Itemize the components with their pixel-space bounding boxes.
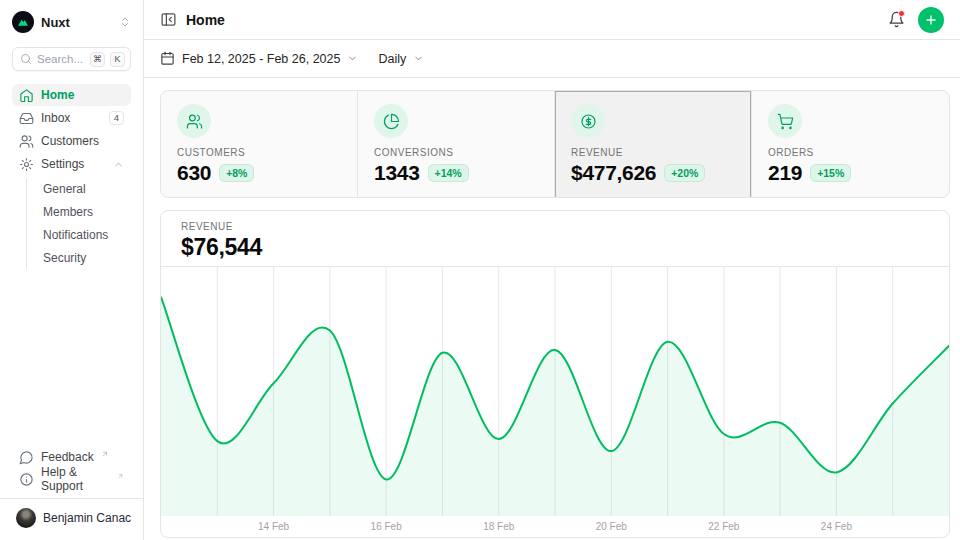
settings-subnav: General Members Notifications Security [26, 178, 131, 269]
sidebar-item-members[interactable]: Members [39, 201, 131, 223]
sidebar-item-label: Notifications [43, 228, 108, 242]
chevron-down-icon [347, 53, 358, 64]
search-input[interactable] [37, 53, 85, 65]
sidebar-item-customers[interactable]: Customers [12, 130, 131, 152]
chart-label: REVENUE [181, 221, 929, 232]
sidebar-item-inbox[interactable]: Inbox 4 [12, 107, 131, 129]
chevron-up-icon [113, 159, 124, 170]
stat-delta-badge: +8% [219, 164, 254, 182]
stat-card-orders[interactable]: ORDERS 219 +15% [752, 91, 949, 198]
avatar [16, 508, 36, 528]
external-link-icon [117, 472, 124, 480]
sidebar-item-security[interactable]: Security [39, 247, 131, 269]
user-menu[interactable]: Benjamin Canac [12, 499, 131, 530]
team-name: Nuxt [41, 15, 70, 30]
chart-value: $76,544 [181, 234, 929, 261]
dollar-circle-icon [571, 104, 605, 138]
team-switcher[interactable]: Nuxt [12, 10, 131, 34]
inbox-count-badge: 4 [109, 111, 124, 125]
sidebar-item-notifications[interactable]: Notifications [39, 224, 131, 246]
feedback-label: Feedback [41, 450, 94, 464]
stats-row: CUSTOMERS 630 +8% CONVERSIONS 1343 +14% [160, 90, 950, 198]
chevrons-up-down-icon [119, 16, 131, 28]
sidebar-item-label: General [43, 182, 86, 196]
chevron-down-icon [413, 53, 424, 64]
pie-chart-icon [374, 104, 408, 138]
stat-delta-badge: +15% [810, 164, 851, 182]
stat-delta-badge: +20% [664, 164, 705, 182]
users-icon [177, 104, 211, 138]
stat-card-revenue[interactable]: REVENUE $477,626 +20% [555, 91, 752, 198]
stat-value: $477,626 [571, 161, 656, 185]
sidebar-footer: Feedback Help & Support Benjamin Canac [12, 446, 131, 530]
top-bar: Home [144, 0, 960, 40]
inbox-icon [19, 111, 34, 126]
sidebar-item-label: Home [41, 88, 74, 102]
revenue-chart-card: REVENUE $76,544 14 Feb16 Feb18 Feb20 Feb… [160, 210, 950, 538]
plus-icon [924, 13, 938, 27]
page-title: Home [186, 12, 225, 28]
stat-value: 1343 [374, 161, 420, 185]
kbd-cmd: ⌘ [90, 52, 105, 67]
cart-icon [768, 104, 802, 138]
user-name: Benjamin Canac [43, 511, 131, 525]
filter-bar: Feb 12, 2025 - Feb 26, 2025 Daily [144, 40, 960, 78]
sidebar-item-general[interactable]: General [39, 178, 131, 200]
content: CUSTOMERS 630 +8% CONVERSIONS 1343 +14% [144, 78, 960, 538]
stat-value: 219 [768, 161, 802, 185]
stat-label: ORDERS [768, 147, 933, 158]
stat-label: REVENUE [571, 147, 735, 158]
sidebar-item-label: Settings [41, 157, 84, 171]
x-axis-label: 14 Feb [258, 521, 289, 532]
sidebar-item-settings[interactable]: Settings [12, 153, 131, 175]
help-support-link[interactable]: Help & Support [12, 468, 131, 490]
interval-select[interactable]: Daily [378, 52, 424, 66]
panel-left-close-icon [160, 11, 177, 28]
sidebar-item-label: Members [43, 205, 93, 219]
stat-delta-badge: +14% [428, 164, 469, 182]
sidebar: Nuxt ⌘ K Home Inbox 4 Customers [0, 0, 144, 540]
external-link-icon [101, 450, 109, 458]
dashboard-app: Nuxt ⌘ K Home Inbox 4 Customers [0, 0, 960, 540]
x-axis-label: 22 Feb [708, 521, 739, 532]
nuxt-logo-icon [12, 11, 34, 33]
date-range-picker[interactable]: Feb 12, 2025 - Feb 26, 2025 [160, 51, 358, 66]
stat-label: CONVERSIONS [374, 147, 538, 158]
help-support-label: Help & Support [41, 465, 110, 493]
interval-value: Daily [378, 52, 406, 66]
chat-bubble-icon [19, 450, 34, 465]
sidebar-item-label: Customers [41, 134, 99, 148]
x-axis-label: 16 Feb [371, 521, 402, 532]
search-input-wrapper[interactable]: ⌘ K [12, 47, 131, 71]
stat-card-customers[interactable]: CUSTOMERS 630 +8% [161, 91, 358, 198]
sidebar-item-label: Security [43, 251, 86, 265]
home-icon [19, 88, 34, 103]
stat-value: 630 [177, 161, 211, 185]
main-area: Home Feb 12, 2025 - Feb 26, 2025 Daily [144, 0, 960, 540]
x-axis-label: 20 Feb [596, 521, 627, 532]
notifications-button[interactable] [888, 11, 905, 28]
notification-dot [898, 10, 905, 17]
chart-header: REVENUE $76,544 [161, 211, 949, 267]
sidebar-item-home[interactable]: Home [12, 84, 131, 106]
info-circle-icon [19, 472, 34, 487]
kbd-k: K [110, 52, 125, 67]
search-icon [20, 53, 32, 65]
revenue-area-chart[interactable] [161, 267, 949, 516]
add-button[interactable] [918, 7, 944, 33]
x-axis-label: 18 Feb [483, 521, 514, 532]
date-range-value: Feb 12, 2025 - Feb 26, 2025 [182, 52, 340, 66]
users-icon [19, 134, 34, 149]
stat-label: CUSTOMERS [177, 147, 341, 158]
collapse-sidebar-button[interactable] [160, 11, 177, 28]
stat-card-conversions[interactable]: CONVERSIONS 1343 +14% [358, 91, 555, 198]
gear-icon [19, 157, 34, 172]
x-axis: 14 Feb16 Feb18 Feb20 Feb22 Feb24 Feb [161, 516, 949, 537]
sidebar-item-label: Inbox [41, 111, 70, 125]
calendar-icon [160, 51, 175, 66]
sidebar-nav: Home Inbox 4 Customers Settings General … [12, 84, 131, 269]
x-axis-label: 24 Feb [821, 521, 852, 532]
